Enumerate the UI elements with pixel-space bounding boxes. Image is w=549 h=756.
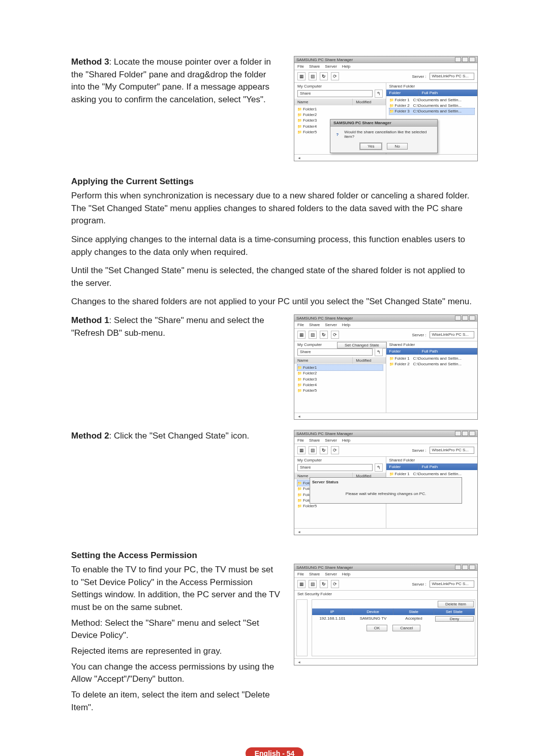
menu-help[interactable]: Help xyxy=(342,64,350,69)
method2-label: Method 2 xyxy=(71,431,109,441)
shared-folder-label: Shared Folder xyxy=(386,341,478,348)
menu-file[interactable]: File xyxy=(297,438,304,443)
list-item[interactable]: Folder 3 C:\Documents and Settin... xyxy=(389,108,475,114)
list-item[interactable]: Folder1 xyxy=(297,365,383,370)
unshare-folder-icon[interactable]: ▨ xyxy=(309,331,317,339)
list-item[interactable]: Folder2 xyxy=(297,112,383,118)
col-name: Name xyxy=(294,357,353,364)
menu-share[interactable]: Share xyxy=(309,438,320,443)
delete-item-button[interactable]: Delete Item xyxy=(438,601,474,607)
col-folder: Folder xyxy=(386,463,419,470)
max-icon[interactable] xyxy=(462,315,468,321)
menu-help[interactable]: Help xyxy=(342,438,350,443)
list-item[interactable]: Folder 1 C:\Documents and Settin... xyxy=(389,471,475,477)
list-item[interactable]: Folder 1 C:\Documents and Settin... xyxy=(389,356,475,361)
unshare-folder-icon[interactable]: ▨ xyxy=(309,446,317,454)
min-icon[interactable] xyxy=(455,57,461,62)
max-icon[interactable] xyxy=(462,57,468,62)
ok-button[interactable]: OK xyxy=(367,625,388,631)
menu-server[interactable]: Server xyxy=(325,572,337,576)
min-icon[interactable] xyxy=(455,565,461,570)
menu-server[interactable]: Server xyxy=(325,438,337,443)
min-icon[interactable] xyxy=(455,431,461,436)
server-select[interactable]: WiseLinkPro PC S... xyxy=(430,73,474,80)
set-changed-state-icon[interactable]: ⟳ xyxy=(331,331,339,339)
list-item[interactable]: Folder 2 C:\Documents and Settin... xyxy=(389,103,475,108)
yes-button[interactable]: Yes xyxy=(360,143,382,150)
menu-server[interactable]: Server xyxy=(325,64,337,69)
list-item[interactable]: Folder3 xyxy=(297,376,383,382)
set-changed-state-icon[interactable]: ⟳ xyxy=(331,446,339,454)
up-folder-icon[interactable]: ↰ xyxy=(375,463,383,472)
unshare-folder-icon[interactable]: ▨ xyxy=(309,72,317,80)
access-p3: Rejected items are represented in gray. xyxy=(71,645,282,658)
screenshot-refresh-db: SAMSUNG PC Share Manager File Share Serv… xyxy=(294,314,478,420)
menu-server[interactable]: Server xyxy=(325,323,337,327)
share-folder-icon[interactable]: ▦ xyxy=(297,580,306,588)
menu-help[interactable]: Help xyxy=(342,572,350,576)
status-arrow-icon: ◄ xyxy=(297,660,301,664)
list-item[interactable]: Folder 1 C:\Documents and Settin... xyxy=(389,97,475,103)
policy-ip: 192.168.1.101 xyxy=(312,615,353,623)
close-icon[interactable] xyxy=(469,565,475,570)
list-item[interactable]: Folder1 xyxy=(297,106,383,112)
drive-select[interactable]: Share xyxy=(297,348,373,356)
refresh-icon[interactable]: ↻ xyxy=(320,580,328,588)
server-select[interactable]: WiseLinkPro PC S... xyxy=(430,580,474,588)
close-icon[interactable] xyxy=(469,57,475,62)
server-select[interactable]: WiseLinkPro PC S... xyxy=(430,447,474,454)
close-icon[interactable] xyxy=(469,431,475,436)
menu-file[interactable]: File xyxy=(297,64,304,69)
menu-share[interactable]: Share xyxy=(309,323,320,327)
policy-row[interactable]: 192.168.1.101 SAMSUNG TV Accepted Deny xyxy=(312,615,475,623)
my-computer-label: My Computer xyxy=(294,457,386,463)
cancel-button[interactable]: Cancel xyxy=(392,625,420,631)
shared-folder-label: Shared Folder xyxy=(386,457,478,463)
up-folder-icon[interactable]: ↰ xyxy=(375,348,383,356)
menu-share[interactable]: Share xyxy=(309,64,320,69)
max-icon[interactable] xyxy=(462,431,468,436)
list-item[interactable]: Folder5 xyxy=(297,388,383,393)
menu-share[interactable]: Share xyxy=(309,572,320,576)
server-select[interactable]: WiseLinkPro PC S... xyxy=(430,331,474,338)
unshare-folder-icon[interactable]: ▨ xyxy=(309,580,317,588)
col-fullpath: Full Path xyxy=(419,348,477,355)
min-icon[interactable] xyxy=(455,315,461,321)
col-set-state: Set State xyxy=(434,608,475,615)
menu-file[interactable]: File xyxy=(297,323,304,327)
list-item[interactable]: Folder4 xyxy=(297,382,383,388)
max-icon[interactable] xyxy=(462,565,468,570)
col-fullpath: Full Path xyxy=(419,90,477,96)
access-p1: To enable the TV to find your PC, the TV… xyxy=(71,564,282,614)
access-p4: You can change the access permissions by… xyxy=(71,661,282,686)
set-changed-state-icon[interactable]: ⟳ xyxy=(331,580,339,588)
dialog-message: Would the share cancellation like the se… xyxy=(344,130,434,139)
applying-p3: Until the "Set Changed State" menu is se… xyxy=(71,265,478,289)
set-changed-state-icon[interactable]: ⟳ xyxy=(331,72,339,80)
server-label: Server : xyxy=(412,582,426,587)
close-icon[interactable] xyxy=(469,315,475,321)
shared-folder-label: Shared Folder xyxy=(386,83,478,90)
list-item[interactable]: Folder 2 C:\Documents and Settin... xyxy=(389,361,475,367)
applying-p4: Changes to the shared folders are not ap… xyxy=(71,296,478,308)
deny-button[interactable]: Deny xyxy=(435,616,474,622)
set-security-label: Set Security Folder xyxy=(294,591,477,597)
col-folder: Folder xyxy=(386,348,419,355)
col-device: Device xyxy=(353,608,393,615)
up-folder-icon[interactable]: ↰ xyxy=(375,90,383,98)
no-button[interactable]: No xyxy=(387,143,407,150)
refresh-icon[interactable]: ↻ xyxy=(320,72,328,80)
menu-file[interactable]: File xyxy=(297,572,304,576)
list-item[interactable]: Folder5 xyxy=(297,503,383,509)
refresh-icon[interactable]: ↻ xyxy=(320,446,328,454)
list-item[interactable]: Folder2 xyxy=(297,370,383,376)
share-folder-icon[interactable]: ▦ xyxy=(297,331,306,339)
drive-select[interactable]: Share xyxy=(297,464,373,471)
dialog-title: SAMSUNG PC Share Manager xyxy=(330,120,437,127)
window-title: SAMSUNG PC Share Manager xyxy=(296,431,353,436)
share-folder-icon[interactable]: ▦ xyxy=(297,446,306,454)
menu-help[interactable]: Help xyxy=(342,323,350,327)
share-folder-icon[interactable]: ▦ xyxy=(297,72,306,80)
refresh-icon[interactable]: ↻ xyxy=(320,331,328,339)
drive-select[interactable]: Share xyxy=(297,90,373,97)
